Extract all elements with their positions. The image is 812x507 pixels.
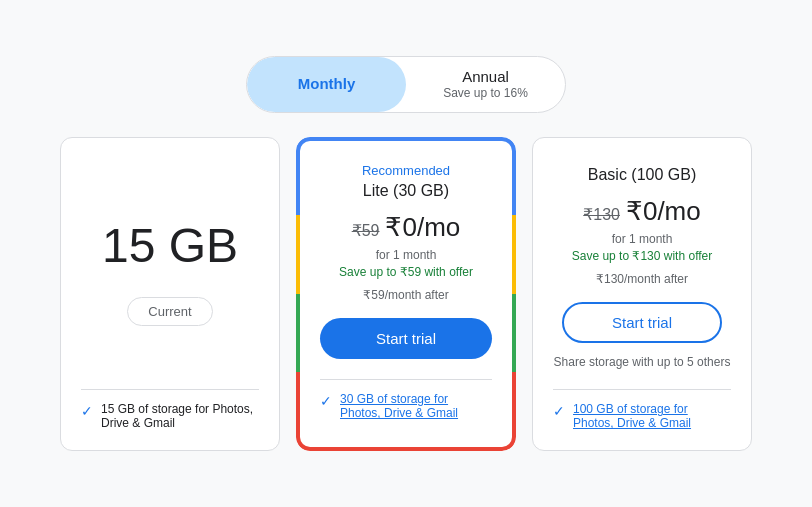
basic-feature: ✓ 100 GB of storage for Photos, Drive & … bbox=[553, 402, 731, 430]
current-badge: Current bbox=[127, 297, 212, 326]
basic-price-after: ₹130/month after bbox=[596, 272, 688, 286]
lite-price-after: ₹59/month after bbox=[363, 288, 448, 302]
check-icon: ✓ bbox=[81, 403, 93, 419]
plans-container: 15 GB Current ✓ 15 GB of storage for Pho… bbox=[60, 137, 752, 452]
annual-label: Annual bbox=[462, 67, 509, 87]
basic-feature-text[interactable]: 100 GB of storage for Photos, Drive & Gm… bbox=[573, 402, 731, 430]
lite-start-trial-button[interactable]: Start trial bbox=[320, 318, 492, 359]
basic-start-trial-button[interactable]: Start trial bbox=[562, 302, 722, 343]
basic-save-note: Save up to ₹130 with offer bbox=[572, 249, 713, 263]
annual-tab[interactable]: Annual Save up to 16% bbox=[406, 57, 565, 112]
lite-price-note: for 1 month Save up to ₹59 with offer bbox=[339, 247, 473, 281]
basic-plan-card: Basic (100 GB) ₹130 ₹0/mo for 1 month Sa… bbox=[532, 137, 752, 452]
lite-price-note-line1: for 1 month bbox=[376, 248, 437, 262]
basic-price-note: for 1 month Save up to ₹130 with offer bbox=[572, 231, 713, 265]
basic-price-note-line1: for 1 month bbox=[612, 232, 673, 246]
lite-card-inner: Recommended Lite (30 GB) ₹59 ₹0/mo for 1… bbox=[304, 145, 508, 444]
basic-check-icon: ✓ bbox=[553, 403, 565, 419]
basic-price-row: ₹130 ₹0/mo bbox=[583, 196, 701, 227]
basic-original-price: ₹130 bbox=[583, 205, 620, 224]
annual-sub-label: Save up to 16% bbox=[443, 86, 528, 102]
basic-plan-name: Basic (100 GB) bbox=[588, 166, 696, 184]
lite-original-price: ₹59 bbox=[352, 221, 380, 240]
free-plan-card: 15 GB Current ✓ 15 GB of storage for Pho… bbox=[60, 137, 280, 452]
lite-price-row: ₹59 ₹0/mo bbox=[352, 212, 461, 243]
billing-toggle[interactable]: Monthly Annual Save up to 16% bbox=[246, 56, 566, 113]
lite-feature: ✓ 30 GB of storage for Photos, Drive & G… bbox=[320, 392, 492, 420]
monthly-label: Monthly bbox=[298, 74, 356, 94]
lite-feature-text[interactable]: 30 GB of storage for Photos, Drive & Gma… bbox=[340, 392, 492, 420]
free-storage: 15 GB bbox=[102, 218, 238, 273]
lite-price: ₹0/mo bbox=[385, 212, 460, 243]
free-divider bbox=[81, 389, 259, 390]
free-feature: ✓ 15 GB of storage for Photos, Drive & G… bbox=[81, 402, 259, 430]
recommended-label: Recommended bbox=[362, 163, 450, 178]
basic-share-note: Share storage with up to 5 others bbox=[554, 355, 731, 369]
lite-plan-card: Recommended Lite (30 GB) ₹59 ₹0/mo for 1… bbox=[296, 137, 516, 452]
free-feature-text: 15 GB of storage for Photos, Drive & Gma… bbox=[101, 402, 259, 430]
lite-plan-name: Lite (30 GB) bbox=[363, 182, 449, 200]
monthly-tab[interactable]: Monthly bbox=[247, 57, 406, 112]
lite-divider bbox=[320, 379, 492, 380]
basic-price: ₹0/mo bbox=[626, 196, 701, 227]
basic-divider bbox=[553, 389, 731, 390]
lite-check-icon: ✓ bbox=[320, 393, 332, 409]
lite-save-note: Save up to ₹59 with offer bbox=[339, 265, 473, 279]
